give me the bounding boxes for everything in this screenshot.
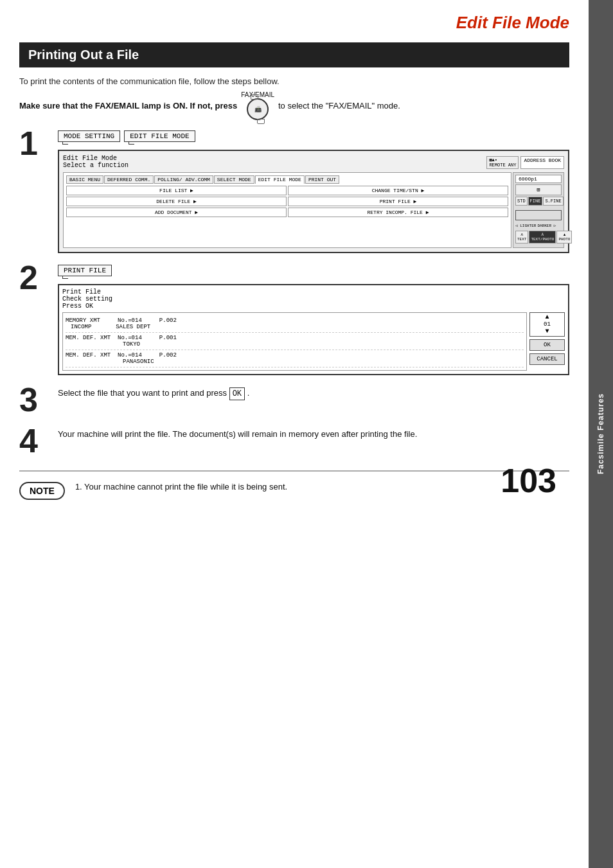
menu-add-document[interactable]: ADD DOCUMENT ▶ [66,208,287,217]
up-arrow[interactable]: ▲ [545,314,549,321]
step-4-content: Your machine will print the file. The do… [58,428,569,441]
step-2-row: 2 PRINT FILE Print File Check setting Pr… [19,265,569,375]
fax-button-wrapper: FAX/EMAIL 📠 [241,91,274,120]
tab-select[interactable]: SELECT MODE [214,175,254,184]
tab-edit-file[interactable]: EDIT FILE MODE [255,175,305,184]
menu-print-file[interactable]: PRINT FILE ▶ [288,197,508,206]
address-book-button[interactable]: ADDRESS BOOK [520,156,564,169]
print-row-1: MEMORY XMT No.=014 P.002 INCOMP SALES DE… [66,315,524,333]
step-1-row: 1 MODE SETTING EDIT FILE MODE Edit File … [19,130,569,253]
slider-darker-label: DARKER ▷ [537,223,556,228]
cancel-button[interactable]: CANCEL [529,353,565,365]
page-number: 103 [501,461,556,500]
step-3-ok-box: OK [229,387,245,400]
screen-title-text: Edit File Mode Select a function [63,155,129,169]
fax-instruction-row: Make sure that the FAX/EMAIL lamp is ON.… [19,91,569,120]
down-arrow[interactable]: ▼ [545,328,549,335]
screen-icon-top: ⊞ [515,184,562,195]
print-screen-inner: MEMORY XMT No.=014 P.002 INCOMP SALES DE… [62,312,565,371]
screen-quality-icons: STD FINE S.FINE [515,197,562,206]
tab-print-out[interactable]: PRINT OUT [305,175,339,184]
step-4-row: 4 Your machine will print the file. The … [19,428,569,457]
screen-slider-row: ◁ LIGHTER DARKER ▷ [515,223,562,228]
fax-icon-symbol: 📠 [254,106,262,112]
step-2-screen: Print File Check setting Press OK MEMORY… [58,284,569,375]
print-controls: ▲ 01 ▼ OK CANCEL [529,312,565,371]
step-3-content: Select the file that you want to print a… [58,387,569,400]
print-row-2: MEM. DEF. XMT No.=014 P.001 TOKYO [66,333,524,350]
print-screen-title: Print File Check setting Press OK [62,288,565,310]
screen-header: Edit File Mode Select a function ▦▲▪ REM… [63,155,564,170]
step-4-number: 4 [19,424,58,457]
step-2-number: 2 [19,261,58,294]
icon-text[interactable]: ATEXT [515,231,528,244]
note-item-1: 1. Your machine cannot print the file wh… [75,482,287,492]
menu-change-time[interactable]: CHANGE TIME/STN ▶ [288,186,508,195]
screen-right-panel: 6000p1 ⊞ STD FINE S.FINE ◁ LIGHTER DARKE… [513,172,564,248]
fax-button-icon[interactable]: 📠 [247,98,269,120]
step-1-number: 1 [19,127,58,160]
note-badge: NOTE [19,482,65,500]
main-content: Edit File Mode Printing Out a File To pr… [0,0,589,513]
sidebar-label: Facsimile Features [596,393,605,474]
step-1-screen: Edit File Mode Select a function ▦▲▪ REM… [58,150,569,253]
section-header: Printing Out a File [19,42,569,67]
edit-file-mode-button[interactable]: EDIT FILE MODE [124,130,195,142]
step-3-number: 3 [19,383,58,416]
screen-tabs: BASIC MENU DEFERRED COMM. POLLING/ ADV.C… [66,175,508,184]
sidebar: Facsimile Features [589,0,613,868]
fax-instruction-text: Make sure that the FAX/EMAIL lamp is ON.… [19,101,237,111]
fax-instruction-end: to select the "FAX/EMAIL" mode. [278,101,400,111]
mode-setting-button[interactable]: MODE SETTING [58,130,120,142]
nav-counter: 01 [544,321,551,328]
note-section: NOTE 1. Your machine cannot print the fi… [19,470,569,500]
icon-photo[interactable]: ▲PHOTO [556,231,572,244]
note-content: 1. Your machine cannot print the file wh… [75,482,287,492]
intro-line: To print the contents of the communicati… [19,76,569,86]
tab-polling[interactable]: POLLING/ ADV.COMM [154,175,213,184]
icon-std[interactable]: STD [515,197,528,206]
screen-bar-indicator [515,210,562,220]
icon-sfine[interactable]: S.FINE [543,197,563,206]
step-2-content: PRINT FILE Print File Check setting Pres… [58,265,569,375]
slider-lighter-label: ◁ LIGHTER [515,223,536,228]
screen-left-panel: BASIC MENU DEFERRED COMM. POLLING/ ADV.C… [63,172,511,248]
print-file-button[interactable]: PRINT FILE [58,265,112,276]
screen-main: BASIC MENU DEFERRED COMM. POLLING/ ADV.C… [63,172,564,248]
tab-deferred[interactable]: DEFERRED COMM. [104,175,154,184]
step-1-buttons: MODE SETTING EDIT FILE MODE [58,130,569,145]
screen-photo-icons: ATEXT ĀTEXT/PHOTO ▲PHOTO [515,231,562,244]
icon-fine[interactable]: FINE [528,197,543,206]
print-file-list: MEMORY XMT No.=014 P.002 INCOMP SALES DE… [62,312,527,371]
icon-text-photo[interactable]: ĀTEXT/PHOTO [529,231,556,244]
screen-counter: 6000p1 [515,175,562,183]
print-row-3: MEM. DEF. XMT No.=014 P.002 PANASONIC [66,350,524,368]
screen-top-indicator: ▦▲▪ REMOTE ANY [486,156,519,169]
step-4-text: Your machine will print the file. The do… [58,428,569,441]
screen-top-right: ▦▲▪ REMOTE ANY ADDRESS BOOK [486,156,564,169]
nav-box: ▲ 01 ▼ [529,312,565,337]
step-1-content: MODE SETTING EDIT FILE MODE Edit File Mo… [58,130,569,253]
menu-file-list[interactable]: FILE LIST ▶ [66,186,287,195]
page-title: Edit File Mode [19,13,569,33]
tab-basic-menu[interactable]: BASIC MENU [66,175,103,184]
step-3-text: Select the file that you want to print a… [58,387,569,400]
menu-delete-file[interactable]: DELETE FILE ▶ [66,197,287,206]
menu-retry[interactable]: RETRY INCOMP. FILE ▶ [288,208,508,217]
screen-menu-grid: FILE LIST ▶ CHANGE TIME/STN ▶ DELETE FIL… [66,186,508,217]
step-3-row: 3 Select the file that you want to print… [19,387,569,416]
ok-button[interactable]: OK [529,339,565,351]
step-2-buttons: PRINT FILE [58,265,569,279]
